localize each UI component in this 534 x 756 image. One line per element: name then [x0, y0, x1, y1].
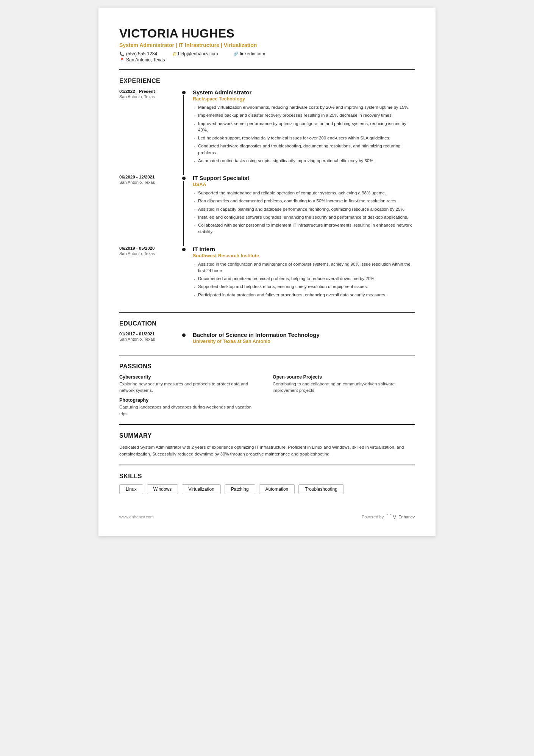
- passions-divider: [119, 355, 415, 355]
- job-2-date: 06/2020 - 12/2021: [119, 175, 176, 179]
- link-icon: 🔗: [233, 52, 239, 56]
- passion-cybersecurity-desc: Exploring new security measures and prot…: [119, 381, 261, 394]
- passion-opensource-desc: Contributing to and collaborating on com…: [273, 381, 415, 394]
- enhancv-logo: ⌒∨ Enhancv: [386, 513, 415, 521]
- job-2-company: USAA: [193, 182, 415, 187]
- job-1-bullets: Managed virtualization environments, red…: [193, 104, 415, 164]
- footer: www.enhancv.com Powered by ⌒∨ Enhancv: [119, 509, 415, 521]
- experience-divider: [119, 69, 415, 70]
- timeline-line: [183, 95, 184, 175]
- enhancv-logo-icon: ⌒∨: [386, 513, 397, 521]
- linkedin-url: linkedin.com: [240, 51, 265, 56]
- enhancv-brand-name: Enhancv: [398, 515, 415, 519]
- bullet-item: Supported the maintenance and reliable o…: [193, 190, 415, 196]
- location-text: San Antonio, Texas: [126, 57, 165, 63]
- timeline-dot: [182, 248, 186, 251]
- bullet-item: Conducted hardware diagnostics and troub…: [193, 143, 415, 156]
- skill-windows: Windows: [147, 484, 178, 494]
- job-1-title: System Administrator: [193, 89, 415, 95]
- bullet-item: Participated in data protection and fail…: [193, 292, 415, 298]
- job-2-location: San Antonio, Texas: [119, 180, 176, 185]
- email-address: help@enhancv.com: [178, 51, 218, 56]
- experience-section-title: EXPERIENCE: [119, 78, 415, 85]
- summary-section-title: SUMMARY: [119, 432, 415, 439]
- passion-opensource-name: Open-source Projects: [273, 374, 415, 380]
- phone-icon: 📞: [119, 52, 125, 56]
- job-2-meta: 06/2020 - 12/2021 San Antonio, Texas: [119, 175, 180, 246]
- bullet-item: Managed virtualization environments, red…: [193, 104, 415, 111]
- edu-1-degree: Bachelor of Science in Information Techn…: [193, 332, 415, 338]
- job-1-meta: 01/2022 - Present San Antonio, Texas: [119, 89, 180, 175]
- job-2: 06/2020 - 12/2021 San Antonio, Texas IT …: [119, 175, 415, 246]
- job-1-timeline: [180, 89, 187, 175]
- job-1-date: 01/2022 - Present: [119, 89, 176, 94]
- job-3-title: IT Intern: [193, 246, 415, 252]
- job-1-content: System Administrator Rackspace Technolog…: [187, 89, 415, 175]
- experience-section: 01/2022 - Present San Antonio, Texas Sys…: [119, 89, 415, 309]
- job-3-company: Southwest Research Institute: [193, 253, 415, 258]
- timeline-dot: [182, 333, 186, 337]
- job-3-bullets: Assisted in the configuration and mainte…: [193, 261, 415, 298]
- skills-row: Linux Windows Virtualization Patching Au…: [119, 484, 415, 494]
- bullet-item: Automated routine tasks using scripts, s…: [193, 158, 415, 164]
- location-contact: 📍 San Antonio, Texas: [119, 57, 165, 63]
- passion-photography: Photography Capturing landscapes and cit…: [119, 398, 261, 417]
- passions-section-title: PASSIONS: [119, 363, 415, 370]
- passion-cybersecurity-name: Cybersecurity: [119, 374, 261, 380]
- bullet-item: Ran diagnostics and documented problems,…: [193, 198, 415, 204]
- resume-page: VICTORIA HUGHES System Administrator | I…: [98, 8, 436, 536]
- phone-contact: 📞 (555) 555-1234: [119, 51, 157, 56]
- email-icon: @: [172, 52, 176, 56]
- skill-linux: Linux: [119, 484, 143, 494]
- location-icon: 📍: [119, 58, 125, 63]
- job-2-bullets: Supported the maintenance and reliable o…: [193, 190, 415, 235]
- timeline-dot: [182, 91, 186, 94]
- timeline-line: [183, 181, 184, 246]
- candidate-name: VICTORIA HUGHES: [119, 27, 415, 41]
- edu-1-meta: 01/2017 - 01/2021 San Antonio, Texas: [119, 332, 180, 350]
- skill-virtualization: Virtualization: [182, 484, 220, 494]
- education-1: 01/2017 - 01/2021 San Antonio, Texas Bac…: [119, 332, 415, 350]
- job-1-company: Rackspace Technology: [193, 96, 415, 102]
- job-3: 06/2019 - 05/2020 San Antonio, Texas IT …: [119, 246, 415, 309]
- job-1-location: San Antonio, Texas: [119, 94, 176, 99]
- job-3-timeline: [180, 246, 187, 309]
- skill-troubleshooting: Troubleshooting: [298, 484, 344, 494]
- bullet-item: Installed and configured software upgrad…: [193, 214, 415, 221]
- job-3-location: San Antonio, Texas: [119, 251, 176, 256]
- bullet-item: Collaborated with senior personnel to im…: [193, 222, 415, 235]
- bullet-item: Assisted in capacity planning and databa…: [193, 206, 415, 213]
- bullet-item: Assisted in the configuration and mainte…: [193, 261, 415, 274]
- skill-patching: Patching: [225, 484, 255, 494]
- job-2-title: IT Support Specialist: [193, 175, 415, 181]
- skills-divider: [119, 465, 415, 465]
- bullet-item: Supported desktop and helpdesk efforts, …: [193, 283, 415, 290]
- bullet-item: Led helpdesk support, resolving daily te…: [193, 135, 415, 141]
- job-2-content: IT Support Specialist USAA Supported the…: [187, 175, 415, 246]
- powered-by-text: Powered by: [362, 515, 384, 519]
- edu-1-school: University of Texas at San Antonio: [193, 339, 415, 344]
- education-section-title: EDUCATION: [119, 320, 415, 327]
- edu-1-date: 01/2017 - 01/2021: [119, 332, 176, 336]
- bullet-item: Improved network server performance by o…: [193, 121, 415, 134]
- header: VICTORIA HUGHES System Administrator | I…: [119, 27, 415, 63]
- passion-opensource: Open-source Projects Contributing to and…: [273, 374, 415, 394]
- passion-photography-name: Photography: [119, 398, 261, 403]
- job-3-content: IT Intern Southwest Research Institute A…: [187, 246, 415, 309]
- summary-text: Dedicated System Administrator with 2 ye…: [119, 444, 415, 458]
- passions-grid: Cybersecurity Exploring new security mea…: [119, 374, 415, 417]
- summary-divider: [119, 424, 415, 425]
- bullet-item: Documented and prioritized technical pro…: [193, 275, 415, 282]
- phone-number: (555) 555-1234: [126, 51, 157, 56]
- skills-section-title: SKILLS: [119, 473, 415, 480]
- job-3-date: 06/2019 - 05/2020: [119, 246, 176, 250]
- job-1: 01/2022 - Present San Antonio, Texas Sys…: [119, 89, 415, 175]
- bullet-item: Implemented backup and disaster recovery…: [193, 112, 415, 119]
- footer-url: www.enhancv.com: [119, 515, 154, 519]
- edu-1-timeline: [180, 332, 187, 350]
- job-2-timeline: [180, 175, 187, 246]
- linkedin-contact: 🔗 linkedin.com: [233, 51, 265, 56]
- footer-brand: Powered by ⌒∨ Enhancv: [362, 513, 415, 521]
- email-contact: @ help@enhancv.com: [172, 51, 218, 56]
- passion-cybersecurity: Cybersecurity Exploring new security mea…: [119, 374, 261, 394]
